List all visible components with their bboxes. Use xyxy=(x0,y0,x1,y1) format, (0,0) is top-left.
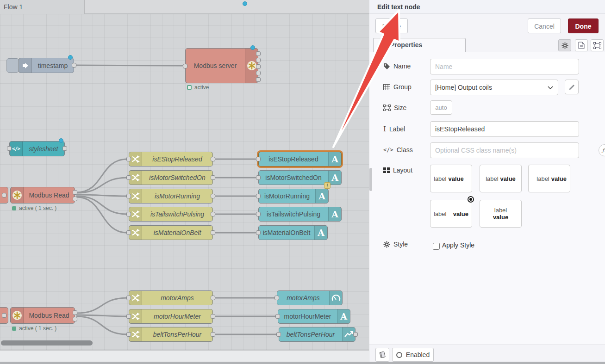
port-in[interactable] xyxy=(183,64,187,68)
port-out[interactable] xyxy=(211,314,215,319)
port-out[interactable] xyxy=(211,175,215,180)
edit-tray-tabrow: Properties xyxy=(369,38,605,52)
node-text-ismaterialonbelt[interactable]: isMaterialOnBelt A xyxy=(258,225,328,240)
port-out[interactable] xyxy=(73,197,77,201)
port-out[interactable] xyxy=(256,71,261,75)
port-in[interactable] xyxy=(126,296,131,300)
port-in[interactable] xyxy=(256,194,261,198)
port-out[interactable] xyxy=(2,313,6,318)
port-out[interactable] xyxy=(353,332,358,337)
node-description-button[interactable] xyxy=(575,39,588,51)
size-auto-button[interactable]: auto xyxy=(430,100,452,115)
node-switch-ismotorrunning[interactable]: isMotorRunning xyxy=(129,189,213,204)
node-switch-istailswitchpulsing[interactable]: isTailswitchPulsing xyxy=(129,207,213,222)
port-out[interactable] xyxy=(211,332,215,337)
node-modbus-read-2[interactable]: Modbus Read xyxy=(10,307,75,324)
label-input[interactable] xyxy=(430,121,579,137)
node-switch-motoramps[interactable]: motorAmps xyxy=(129,290,213,305)
port-in[interactable] xyxy=(126,230,131,235)
book-icon xyxy=(379,352,386,358)
port-in[interactable] xyxy=(256,175,261,180)
port-out[interactable] xyxy=(211,157,215,161)
port-in[interactable] xyxy=(275,314,280,319)
port-in[interactable] xyxy=(256,230,261,235)
node-modbus-server[interactable]: Modbus server xyxy=(185,48,258,83)
node-text-istailswitchpulsing[interactable]: isTailswitchPulsing A xyxy=(258,207,342,222)
port-out[interactable] xyxy=(211,230,215,235)
port-out[interactable] xyxy=(256,64,261,69)
node-chart-belttonsperhour[interactable]: beltTonsPerHour xyxy=(279,327,356,342)
port-out[interactable] xyxy=(73,317,77,321)
port-out[interactable] xyxy=(73,190,77,195)
node-status: active xyxy=(187,84,209,91)
edit-tray-toolbar: Delete Cancel Done xyxy=(369,14,605,38)
port-in[interactable] xyxy=(274,296,279,300)
node-switch-isestopreleased[interactable]: isEStopReleased xyxy=(129,152,213,167)
edit-group-button[interactable] xyxy=(565,80,579,94)
port-in[interactable] xyxy=(7,146,12,151)
edit-tray-header: Edit text node xyxy=(369,0,605,14)
node-label: beltTonsPerHour xyxy=(279,331,342,338)
port-in[interactable] xyxy=(256,157,261,161)
group-select[interactable]: [Home] Output coils xyxy=(430,80,558,95)
port-in[interactable] xyxy=(276,332,281,337)
node-switch-motorhourmeter[interactable]: motorHourMeter xyxy=(129,309,213,324)
layout-option-stacked[interactable]: labelvalue xyxy=(480,200,522,228)
node-text-ismotorrunning[interactable]: isMotorRunning A xyxy=(258,189,329,204)
text-icon: A xyxy=(314,226,327,240)
vertical-scrollbar-thumb[interactable] xyxy=(369,168,372,191)
port-in[interactable] xyxy=(256,212,261,216)
port-out[interactable] xyxy=(211,194,215,198)
port-out[interactable] xyxy=(2,193,6,197)
node-stylesheet[interactable]: </> stylesheet xyxy=(9,141,65,156)
node-status: active ( 1 sec. ) xyxy=(12,205,56,211)
port-out[interactable] xyxy=(211,212,215,216)
node-switch-belttonsperhour[interactable]: beltTonsPerHour xyxy=(129,327,213,342)
port-out[interactable] xyxy=(256,77,261,82)
port-in[interactable] xyxy=(126,157,131,161)
apply-style-label: Apply Style xyxy=(442,241,474,249)
inject-button[interactable] xyxy=(6,58,19,73)
done-button[interactable]: Done xyxy=(568,19,599,33)
cancel-button[interactable]: Cancel xyxy=(528,19,561,33)
class-expression-button[interactable]: ƒx xyxy=(599,144,605,156)
delete-button[interactable]: Delete xyxy=(375,19,408,33)
port-out[interactable] xyxy=(62,146,67,151)
enabled-toggle-button[interactable]: Enabled xyxy=(392,348,434,362)
class-input[interactable] xyxy=(430,142,579,158)
code-icon: </> xyxy=(10,142,23,156)
flow-canvas[interactable]: Flow 1 timestamp Modbus server active xyxy=(0,0,369,364)
node-inject-timestamp[interactable]: timestamp xyxy=(19,58,74,73)
node-text-motorhourmeter[interactable]: motorHourMeter A xyxy=(278,309,350,324)
port-out[interactable] xyxy=(72,63,76,68)
node-switch-ismotorswitchedon[interactable]: isMotorSwitchedOn xyxy=(129,170,213,185)
port-out[interactable] xyxy=(211,296,215,300)
name-input[interactable] xyxy=(430,59,579,74)
node-text-isestopreleased-selected[interactable]: isEStopReleased A xyxy=(258,152,342,167)
node-label: motorHourMeter xyxy=(278,313,337,320)
tab-properties[interactable]: Properties xyxy=(373,38,466,52)
layout-option-spread-selected[interactable]: labelvalue xyxy=(430,200,472,228)
layout-option-right[interactable]: labelvalue xyxy=(528,165,570,192)
port-out[interactable] xyxy=(73,310,77,315)
node-settings-button[interactable] xyxy=(558,39,571,51)
port-out[interactable] xyxy=(256,58,261,62)
node-info-book-button[interactable] xyxy=(375,348,389,362)
node-switch-ismaterialonbelt[interactable]: isMaterialOnBelt xyxy=(129,225,213,240)
port-in[interactable] xyxy=(126,212,131,216)
port-in[interactable] xyxy=(126,314,131,319)
apply-style-checkbox[interactable] xyxy=(433,243,440,250)
layout-option-left[interactable]: labelvalue xyxy=(430,165,472,192)
node-gauge-motoramps[interactable]: motorAmps xyxy=(277,290,343,305)
horizontal-scrollbar-thumb[interactable] xyxy=(1,340,93,345)
port-in[interactable] xyxy=(126,332,131,337)
node-label: motorAmps xyxy=(277,294,329,302)
port-out[interactable] xyxy=(256,51,261,56)
node-label: beltTonsPerHour xyxy=(142,331,212,338)
port-in[interactable] xyxy=(126,194,131,198)
port-in[interactable] xyxy=(126,175,131,180)
status-icon xyxy=(187,85,192,90)
node-appearance-button[interactable] xyxy=(591,39,604,51)
layout-option-center[interactable]: labelvalue xyxy=(480,165,522,192)
node-modbus-read[interactable]: Modbus Read xyxy=(10,187,75,204)
